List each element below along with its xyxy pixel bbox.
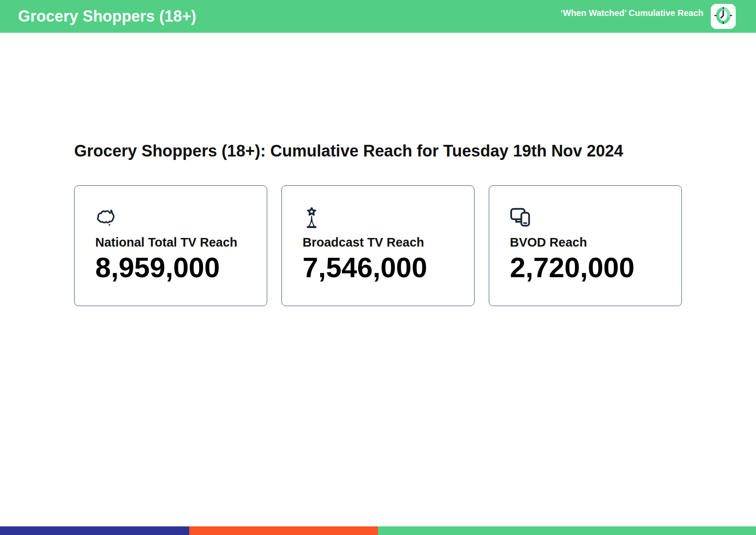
footer-segment-green [378, 526, 756, 535]
clock-icon [712, 5, 734, 28]
kpi-label: Broadcast TV Reach [303, 235, 454, 249]
kpi-cards-row: National Total TV Reach 8,959,000 Broadc… [74, 185, 682, 306]
kpi-value: 8,959,000 [95, 253, 247, 283]
kpi-value: 2,720,000 [510, 253, 662, 283]
app-header: Grocery Shoppers (18+) ‘When Watched’ Cu… [0, 0, 756, 33]
devices-icon [510, 207, 662, 228]
app-title: Grocery Shoppers (18+) [18, 7, 197, 25]
header-right: ‘When Watched’ Cumulative Reach [560, 4, 736, 29]
clock-logo [711, 4, 736, 29]
kpi-label: BVOD Reach [510, 235, 662, 249]
header-subtitle: ‘When Watched’ Cumulative Reach [560, 8, 703, 18]
australia-map-icon [95, 207, 247, 228]
footer-segment-blue [0, 526, 189, 535]
footer-color-bar [0, 526, 756, 535]
broadcast-tower-icon [303, 207, 454, 228]
kpi-card-broadcast-tv: Broadcast TV Reach 7,546,000 [281, 185, 475, 306]
kpi-card-bvod: BVOD Reach 2,720,000 [489, 185, 682, 306]
kpi-card-national-total-tv: National Total TV Reach 8,959,000 [74, 185, 267, 306]
kpi-value: 7,546,000 [303, 253, 454, 283]
page-title: Grocery Shoppers (18+): Cumulative Reach… [74, 33, 682, 160]
kpi-label: National Total TV Reach [95, 235, 247, 249]
footer-segment-orange [189, 526, 378, 535]
main-content: Grocery Shoppers (18+): Cumulative Reach… [74, 33, 682, 306]
